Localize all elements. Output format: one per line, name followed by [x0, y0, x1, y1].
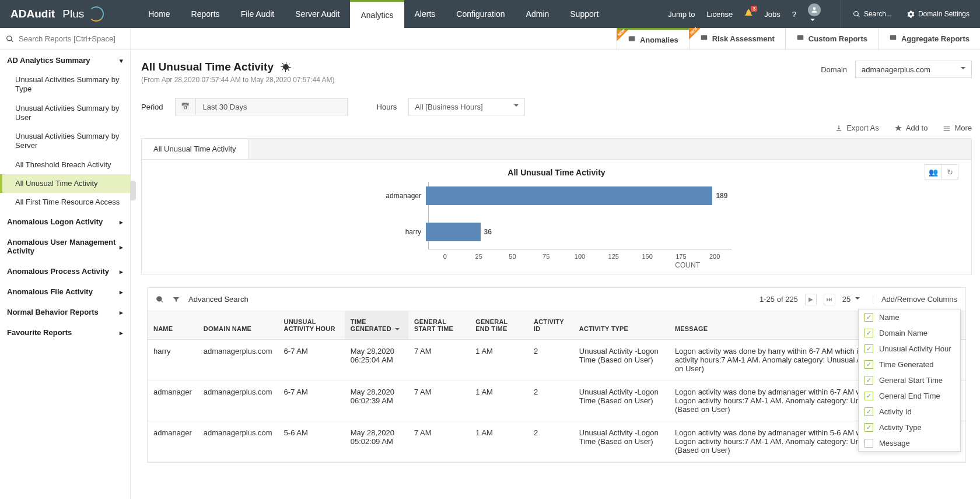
col-general-start-time[interactable]: GENERAL START TIME: [408, 311, 470, 340]
svg-rect-3: [797, 35, 804, 40]
chart-tab[interactable]: All Unusual Time Activity: [142, 139, 249, 159]
tab-custom-reports[interactable]: Custom Reports: [785, 28, 878, 50]
column-option[interactable]: ✓General Start Time: [859, 372, 960, 388]
tick-label: 50: [496, 253, 530, 260]
table-row[interactable]: admanageradmanagerplus.com5-6 AMMay 28,2…: [148, 421, 965, 462]
checkbox-icon: ✓: [864, 329, 873, 337]
chart-people-icon[interactable]: 👥: [925, 165, 942, 179]
col-name[interactable]: NAME: [148, 311, 198, 340]
grid-toolbar: Advanced Search 1-25 of 225 ▶ ⏭ 25 Add/R…: [148, 288, 965, 311]
bar[interactable]: [426, 186, 712, 205]
col-activity-type[interactable]: ACTIVITY TYPE: [573, 311, 669, 340]
svg-rect-1: [629, 36, 635, 41]
page-size-select[interactable]: 25: [842, 295, 860, 304]
nav-analytics[interactable]: Analytics: [350, 0, 404, 28]
col-time-generated[interactable]: TIME GENERATED: [345, 311, 408, 340]
user-avatar-menu[interactable]: [808, 3, 821, 25]
nav-group-anomalous-user-management-activity[interactable]: Anomalous User Management Activity: [0, 232, 130, 261]
tab-label: Custom Reports: [808, 34, 867, 43]
domain-select[interactable]: admanagerplus.com: [855, 61, 972, 78]
nav-group-anomalous-process-activity[interactable]: Anomalous Process Activity: [0, 261, 130, 281]
column-option[interactable]: ✓Name: [859, 309, 960, 325]
column-option[interactable]: ✓Domain Name: [859, 325, 960, 341]
col-general-end-time[interactable]: GENERAL END TIME: [470, 311, 528, 340]
export-as-button[interactable]: Export As: [835, 124, 879, 132]
add-remove-columns-button[interactable]: Add/Remove Columns: [873, 295, 957, 304]
avatar-icon: [808, 3, 821, 16]
cell-aid: 2: [528, 340, 573, 381]
column-option[interactable]: ✓Unusual Activity Hour: [859, 341, 960, 357]
column-option[interactable]: Message: [859, 435, 960, 451]
chart-refresh-icon[interactable]: ↻: [942, 165, 958, 179]
svg-rect-2: [701, 35, 707, 40]
nav-item[interactable]: Unusual Activities Summary by User: [0, 99, 130, 128]
col-domain-name[interactable]: DOMAIN NAME: [198, 311, 278, 340]
filter-search-icon[interactable]: [156, 295, 164, 304]
help-link[interactable]: ?: [792, 10, 796, 19]
nav-alerts[interactable]: Alerts: [404, 0, 446, 28]
nav-item[interactable]: All Threshold Breach Activity: [0, 156, 130, 174]
data-grid: NAMEDOMAIN NAMEUNUSUAL ACTIVITY HOURTIME…: [148, 311, 965, 462]
tab-anomalies[interactable]: NEWAnomalies: [617, 28, 689, 50]
nav-item[interactable]: All Unusual Time Activity: [0, 174, 130, 193]
nav-support[interactable]: Support: [559, 0, 609, 28]
nav-configuration[interactable]: Configuration: [446, 0, 515, 28]
column-option[interactable]: ✓Time Generated: [859, 357, 960, 372]
search-reports[interactable]: [0, 28, 131, 50]
sun-icon[interactable]: [281, 62, 291, 72]
column-dropdown[interactable]: ✓Name✓Domain Name✓Unusual Activity Hour✓…: [858, 309, 961, 452]
nav-group-anomalous-logon-activity[interactable]: Anomalous Logon Activity: [0, 212, 130, 232]
column-option-label: Name: [879, 313, 900, 322]
column-option[interactable]: ✓Activity Type: [859, 420, 960, 435]
search-reports-input[interactable]: [19, 34, 124, 43]
column-option[interactable]: ✓Activity Id: [859, 404, 960, 420]
nav-admin[interactable]: Admin: [516, 0, 560, 28]
tab-risk-assessment[interactable]: NEWRisk Assessment: [689, 28, 785, 50]
nav-item[interactable]: Unusual Activities Summary by Type: [0, 71, 130, 99]
checkbox-icon: ✓: [864, 392, 873, 400]
sidebar-collapse-handle[interactable]: [130, 181, 136, 200]
nav-group-ad-analytics-summary[interactable]: AD Analytics Summary: [0, 50, 130, 71]
nav-group-favourite-reports[interactable]: Favourite Reports: [0, 322, 130, 343]
cell-domain: admanagerplus.com: [198, 381, 278, 421]
more-button[interactable]: More: [943, 124, 972, 132]
nav-item[interactable]: Unusual Activities Summary by Server: [0, 127, 130, 156]
table-row[interactable]: admanageradmanagerplus.com6-7 AMMay 28,2…: [148, 381, 965, 421]
bar-row: harry36: [382, 223, 492, 241]
column-option[interactable]: ✓General End Time: [859, 388, 960, 404]
chart-tools: 👥 ↻: [925, 164, 958, 179]
hours-select[interactable]: All [Business Hours]: [408, 98, 525, 115]
last-page-button[interactable]: ⏭: [824, 294, 835, 305]
license-link[interactable]: License: [706, 10, 733, 19]
calendar-button[interactable]: [175, 98, 196, 115]
jobs-link[interactable]: Jobs: [764, 10, 780, 19]
global-search[interactable]: Search...: [853, 10, 892, 18]
period-value[interactable]: Last 30 Days: [196, 98, 348, 115]
add-to-button[interactable]: Add to: [894, 124, 928, 132]
tab-aggregate-reports[interactable]: Aggregate Reports: [878, 28, 980, 50]
next-page-button[interactable]: ▶: [805, 294, 817, 305]
bar[interactable]: [426, 223, 481, 241]
sub-utilities: Search... Domain Settings: [841, 0, 970, 28]
jump-to-link[interactable]: Jump to: [668, 10, 695, 19]
nav-item[interactable]: All First Time Resource Access: [0, 193, 130, 212]
nav-reports[interactable]: Reports: [181, 0, 230, 28]
domain-settings-link[interactable]: Domain Settings: [907, 10, 970, 18]
period-field: Period Last 30 Days: [141, 98, 348, 115]
adv-filter-icon[interactable]: [172, 295, 180, 304]
chart-title: All Unusual Time Activity: [159, 168, 954, 177]
star-icon: [894, 124, 902, 132]
chevron-down-icon: [855, 297, 860, 302]
nav-file-audit[interactable]: File Audit: [230, 0, 285, 28]
nav-home[interactable]: Home: [138, 0, 180, 28]
notifications-bell[interactable]: 3: [744, 9, 752, 19]
nav-group-anomalous-file-activity[interactable]: Anomalous File Activity: [0, 281, 130, 302]
table-row[interactable]: harryadmanagerplus.com6-7 AMMay 28,20200…: [148, 340, 965, 381]
top-bar: ADAudit Plus HomeReportsFile AuditServer…: [0, 0, 980, 28]
col-unusual-activity-hour[interactable]: UNUSUAL ACTIVITY HOUR: [278, 311, 345, 340]
nav-group-normal-behavior-reports[interactable]: Normal Behavior Reports: [0, 302, 130, 322]
col-activity-id[interactable]: ACTIVITY ID: [528, 311, 573, 340]
filter-row: Period Last 30 Days Hours All [Business …: [141, 98, 972, 115]
nav-server-audit[interactable]: Server Audit: [285, 0, 350, 28]
advanced-search-link[interactable]: Advanced Search: [188, 295, 249, 304]
